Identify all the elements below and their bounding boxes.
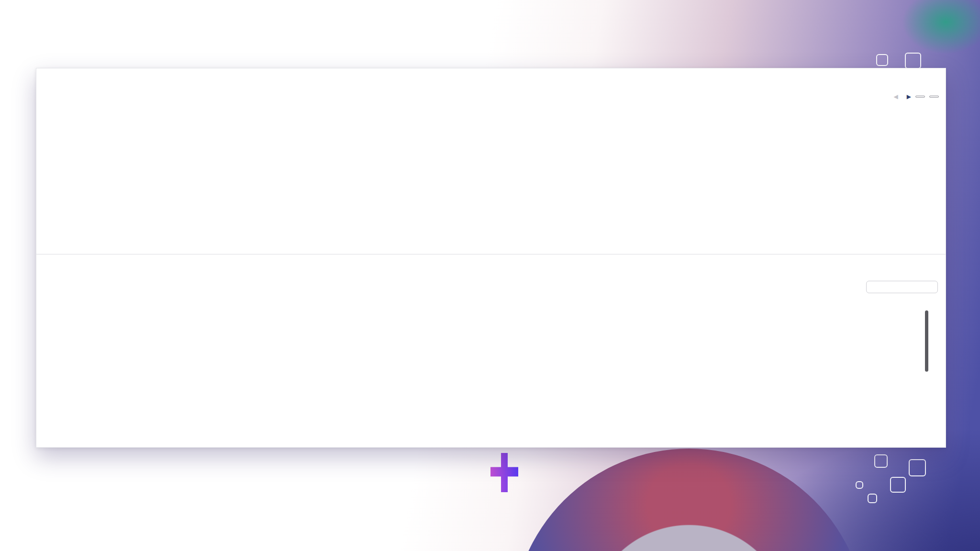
dashboard-card: ◀ ▶ — [36, 68, 946, 448]
search-input[interactable] — [866, 281, 938, 293]
decor-square — [876, 54, 888, 66]
decor-square — [905, 53, 921, 69]
decor-donut-circle — [512, 449, 866, 551]
card-divider — [36, 254, 946, 254]
bar-chart-plot — [36, 68, 946, 256]
background: ◀ ▶ — [0, 0, 980, 551]
decor-square — [856, 481, 863, 489]
decor-square — [868, 494, 877, 503]
decor-square — [890, 477, 906, 493]
decor-plus-shape — [490, 453, 518, 492]
decor-square — [909, 459, 926, 476]
table-scrollbar-thumb[interactable] — [925, 310, 928, 372]
decor-square — [874, 454, 888, 468]
